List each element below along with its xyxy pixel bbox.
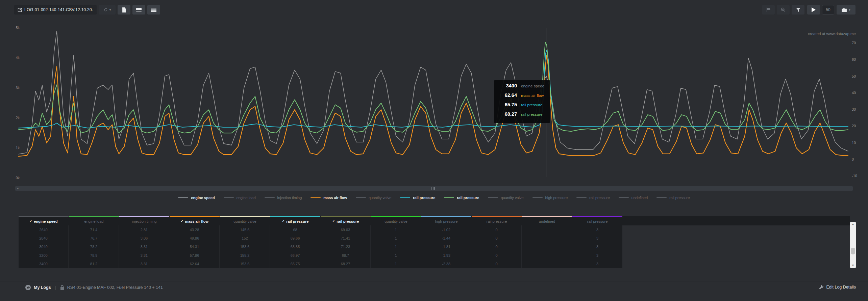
table-cell: 145.6	[220, 225, 270, 234]
table-cell: -1.02	[421, 225, 471, 234]
legend-item-engine-speed[interactable]: engine speed	[178, 196, 215, 200]
toolbox-button[interactable]: ▾	[837, 5, 855, 15]
table-cell: 3.31	[119, 260, 169, 268]
y-axis-tick-right: 50	[852, 74, 865, 78]
column-header-rail-pressure[interactable]: rail pressure	[572, 216, 622, 225]
refresh-button[interactable]: ▾	[99, 5, 116, 15]
column-header-label: quantity valve	[233, 219, 256, 223]
y-axis-tick-right: 60	[852, 57, 865, 61]
table-cell: 155.2	[220, 251, 270, 259]
y-axis-tick-left: 1k	[6, 146, 20, 150]
table-cell: 68.27	[321, 260, 371, 268]
column-header-label: undefined	[539, 219, 555, 223]
y-axis-tick-left: 2k	[6, 116, 20, 120]
footer-left: My Logs | RS4 01-Engine MAF 002, Fuel Pr…	[25, 285, 163, 290]
legend-label: quantity valve	[369, 196, 391, 200]
chart-view-button[interactable]	[132, 5, 145, 15]
legend-item-high-pressure[interactable]: high pressure	[532, 196, 568, 200]
scroll-up-icon[interactable]: ▲	[850, 223, 856, 226]
back-arrow-icon	[25, 285, 31, 290]
column-header-quantity-valve[interactable]: quantity valve	[220, 216, 270, 225]
edit-log-details-button[interactable]: Edit Log Details	[819, 285, 856, 290]
column-header-label: quantity valve	[385, 219, 407, 223]
legend-item-rail-pressure[interactable]: rail pressure	[444, 196, 479, 200]
scrollbar-grip[interactable]	[431, 187, 435, 190]
legend-swatch	[532, 197, 543, 198]
column-header-quantity-valve[interactable]: quantity valve	[371, 216, 421, 225]
legend-item-rail-pressure[interactable]: rail pressure	[576, 196, 610, 200]
legend-label: injection timing	[277, 196, 302, 200]
legend-swatch	[356, 197, 366, 198]
column-header-undefined[interactable]: undefined	[522, 216, 572, 225]
table-cell	[522, 225, 572, 234]
legend-label: rail pressure	[457, 196, 479, 200]
column-header-rail-pressure[interactable]: ✔rail pressure	[270, 216, 320, 225]
column-header-mass-air-flow[interactable]: ✔mass air flow	[170, 216, 220, 225]
series-line-engine-speed	[19, 31, 848, 154]
column-header-injection-timing[interactable]: injection timing	[119, 216, 169, 225]
edit-log-details-label: Edit Log Details	[826, 285, 856, 290]
column-header-rail-pressure[interactable]: ✔rail pressure	[321, 216, 371, 225]
table-row: 340081.23.3162.64153.665.7568.271-2.3803	[19, 260, 622, 268]
lock-icon	[60, 285, 64, 290]
table-cell: 3	[572, 251, 622, 259]
column-header-label: rail pressure	[587, 219, 608, 223]
table-cell: 1	[371, 243, 421, 251]
table-cell: 153.6	[220, 243, 270, 251]
column-header-rail-pressure[interactable]: rail pressure	[472, 216, 522, 225]
filter-button[interactable]	[792, 5, 804, 15]
table-cell: 3040	[19, 243, 69, 251]
my-logs-button[interactable]: My Logs	[25, 285, 51, 290]
tooltip-value: 3400	[498, 83, 517, 88]
series-line-rail-pressure	[19, 50, 848, 128]
chart-scrollbar[interactable]: ◂	[15, 186, 853, 191]
log-file-selector[interactable]: LOG-01-002-140-141.CSV.12.10.20...	[14, 5, 97, 15]
legend-item-undefined[interactable]: undefined	[619, 196, 648, 200]
table-cell: -1.81	[421, 243, 471, 251]
table-scrollbar[interactable]: ▲ ▼	[850, 222, 856, 268]
column-header-label: rail pressure	[337, 219, 359, 223]
legend-item-engine-load[interactable]: engine load	[224, 196, 256, 200]
column-header-engine-load[interactable]: engine load	[69, 216, 119, 225]
sample-count-input[interactable]	[822, 5, 834, 15]
scroll-left-icon[interactable]: ◂	[17, 186, 19, 191]
scrollbar-thumb[interactable]	[851, 248, 855, 254]
table-view-button[interactable]	[147, 5, 160, 15]
table-cell: 54.31	[170, 243, 220, 251]
legend-item-rail-pressure[interactable]: rail pressure	[656, 196, 690, 200]
table-cell: 3.31	[119, 243, 169, 251]
legend-label: rail pressure	[413, 196, 435, 200]
play-button[interactable]	[807, 5, 820, 15]
flag-markers-button[interactable]	[762, 5, 775, 15]
wrench-icon	[819, 285, 823, 290]
scroll-down-icon[interactable]: ▼	[850, 264, 856, 267]
column-header-high-pressure[interactable]: high pressure	[421, 216, 471, 225]
legend-item-mass-air-flow[interactable]: mass air flow	[311, 196, 347, 200]
table-cell	[522, 243, 572, 251]
legend-label: quantity valve	[501, 196, 523, 200]
list-icon	[151, 8, 156, 12]
funnel-icon	[796, 8, 800, 12]
zoom-out-button[interactable]	[777, 5, 790, 15]
document-view-button[interactable]	[118, 5, 130, 15]
y-axis-tick-right: 0	[852, 157, 865, 161]
legend-item-injection-timing[interactable]: injection timing	[265, 196, 302, 200]
legend-item-quantity-valve[interactable]: quantity valve	[356, 196, 391, 200]
tooltip-value: 68.27	[498, 111, 517, 117]
y-axis-tick-left: 0k	[6, 176, 20, 180]
legend-label: undefined	[631, 196, 648, 200]
column-header-label: mass air flow	[185, 219, 208, 223]
check-icon: ✔	[282, 220, 285, 223]
check-icon: ✔	[181, 220, 183, 223]
y-axis-tick-right: 40	[852, 91, 865, 95]
table-cell: 71.4	[69, 225, 119, 234]
legend-item-quantity-valve[interactable]: quantity valve	[488, 196, 523, 200]
chart-tooltip: 3400engine speed62.64mass air flow65.75r…	[494, 80, 550, 123]
column-header-engine-speed[interactable]: ✔engine speed	[19, 216, 69, 225]
legend-item-rail-pressure[interactable]: rail pressure	[400, 196, 435, 200]
column-header-label: injection timing	[132, 219, 157, 223]
table-cell: 0	[472, 243, 522, 251]
tooltip-label: rail pressure	[521, 103, 542, 107]
briefcase-icon	[842, 8, 847, 12]
table-cell: 71.41	[321, 234, 371, 242]
